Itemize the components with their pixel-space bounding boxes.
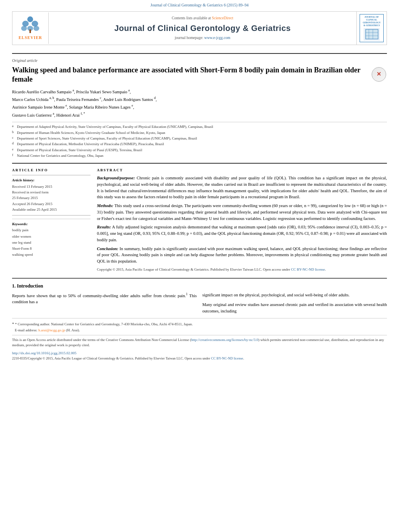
corresponding-author: * * Corresponding author. National Cente… <box>12 321 387 327</box>
svg-rect-7 <box>366 29 378 39</box>
abstract-methods: Methods: This study used a cross-section… <box>97 203 387 222</box>
issn-line: 2210-8335/Copyright © 2015, Asia Pacific… <box>12 356 387 361</box>
intro-left-col: Reports have shown that up to 50% of com… <box>12 292 197 314</box>
keywords-divider <box>12 219 90 219</box>
svg-point-5 <box>33 26 39 31</box>
elsevier-logo: ELSEVIER <box>12 12 49 44</box>
abstract-heading: ABSTRACT <box>97 168 387 173</box>
conclusion-label: Conclusion: <box>97 246 118 251</box>
introduction-section: 1. Introduction Reports have shown that … <box>12 283 387 314</box>
background-label: Background/purpose: <box>97 176 135 180</box>
doi-line[interactable]: http://dx.doi.org/10.1016/j.jcgg.2015.02… <box>12 351 387 356</box>
crossmark: ✕ <box>372 67 387 82</box>
affiliations: aDepartment of Adapted Physical Activity… <box>12 122 387 158</box>
svg-rect-6 <box>29 29 31 33</box>
intro-right-text-1: significant impact on the physical, psyc… <box>202 292 387 298</box>
right-col: ABSTRACT Background/purpose: Chronic pai… <box>97 168 387 273</box>
keyword-1: bodily pain <box>12 227 90 233</box>
abstract-section: Background/purpose: Chronic pain is comm… <box>97 175 387 272</box>
journal-homepage: journal homepage: www.e-jcgg.com <box>53 35 352 41</box>
article-info-heading: ARTICLE INFO <box>12 168 90 173</box>
intro-heading: 1. Introduction <box>12 283 387 290</box>
journal-citation: Journal of Clinical Gerontology & Geriat… <box>0 0 399 10</box>
email-link[interactable]: h.arai@ncgg.go.jp <box>38 328 65 332</box>
logo-box-image <box>364 28 380 41</box>
intro-right-col: significant impact on the physical, psyc… <box>202 292 387 314</box>
svg-point-0 <box>27 16 33 22</box>
authors: Ricardo Aurélio Carvalho Sampaio a, Pris… <box>12 88 387 119</box>
article-info-box: Article history: Received 13 February 20… <box>12 175 90 216</box>
results-label: Results: <box>97 225 111 229</box>
section-divider <box>12 278 387 279</box>
abstract-results: Results: A fully adjusted logistic regre… <box>97 224 387 243</box>
keyword-4: Short-Form 8 <box>12 246 90 252</box>
left-col: ARTICLE INFO Article history: Received 1… <box>12 168 90 273</box>
article-title-row: Walking speed and balance performance ar… <box>12 66 387 84</box>
history-label: Article history: <box>12 178 90 183</box>
open-access-text: This is an Open Access article distribut… <box>12 338 384 347</box>
journal-logo-box: JOURNAL OFCLINICALGERONTOLOGY& GERIATRIC… <box>360 14 384 42</box>
methods-label: Methods: <box>97 203 113 208</box>
revised-date: 25 February 2015 <box>12 195 90 201</box>
conclusion-text: In summary, bodily pain is significantly… <box>97 246 387 264</box>
available-date: Available online 25 April 2015 <box>12 207 90 212</box>
main-content: Original article Walking speed and balan… <box>12 45 387 314</box>
intro-left-text: Reports have shown that up to 50% of com… <box>12 292 197 305</box>
top-divider <box>12 53 387 54</box>
svg-point-3 <box>21 26 27 31</box>
keyword-5: walking speed <box>12 252 90 258</box>
journal-center: Contents lists available at ScienceDirec… <box>49 13 356 43</box>
svg-point-2 <box>32 21 38 27</box>
keywords-box: Keywords: bodily pain older women one le… <box>12 222 90 258</box>
citation-text: Journal of Clinical Gerontology & Geriat… <box>150 3 249 7</box>
abstract-background: Background/purpose: Chronic pain is comm… <box>97 175 387 200</box>
elsevier-tree-icon <box>19 16 41 34</box>
article-type: Original article <box>12 58 387 64</box>
article-title: Walking speed and balance performance ar… <box>12 66 368 84</box>
keyword-2: older women <box>12 234 90 240</box>
journal-header: ELSEVIER Contents lists available at Sci… <box>12 11 387 45</box>
results-text: A fully adjusted logistic regression ana… <box>97 225 387 242</box>
two-col-layout: ARTICLE INFO Article history: Received 1… <box>12 168 387 273</box>
keyword-3: one leg stand <box>12 240 90 246</box>
footnote-section: * * Corresponding author. National Cente… <box>12 318 387 335</box>
intro-right-text-2: Many original and review studies have as… <box>202 302 387 314</box>
crossmark-icon: ✕ <box>372 67 386 82</box>
mid-divider <box>12 163 387 164</box>
journal-title: Journal of Clinical Gerontology & Geriat… <box>53 23 352 34</box>
abstract-conclusion: Conclusion: In summary, bodily pain is s… <box>97 246 387 265</box>
keywords-label: Keywords: <box>12 222 90 227</box>
background-text: Chronic pain is commonly associated with… <box>97 176 387 199</box>
open-access-box: This is an Open Access article distribut… <box>12 335 387 350</box>
intro-two-col: Reports have shown that up to 50% of com… <box>12 292 387 314</box>
accepted-date: Accepted 26 February 2015 <box>12 201 90 207</box>
journal-logo-right: JOURNAL OFCLINICALGERONTOLOGY& GERIATRIC… <box>356 12 387 45</box>
email-line: E-mail address: h.arai@ncgg.go.jp (H. Ar… <box>12 327 387 333</box>
received-date: Received 13 February 2015 <box>12 184 90 189</box>
revised-label: Received in revised form <box>12 189 90 195</box>
sciencedirect-line: Contents lists available at ScienceDirec… <box>53 16 352 21</box>
methods-text: This study used a cross-sectional design… <box>97 203 387 221</box>
elsevier-label: ELSEVIER <box>19 35 42 41</box>
svg-point-1 <box>22 21 29 27</box>
copyright-line: Copyright © 2015, Asia Pacific League of… <box>97 267 387 273</box>
